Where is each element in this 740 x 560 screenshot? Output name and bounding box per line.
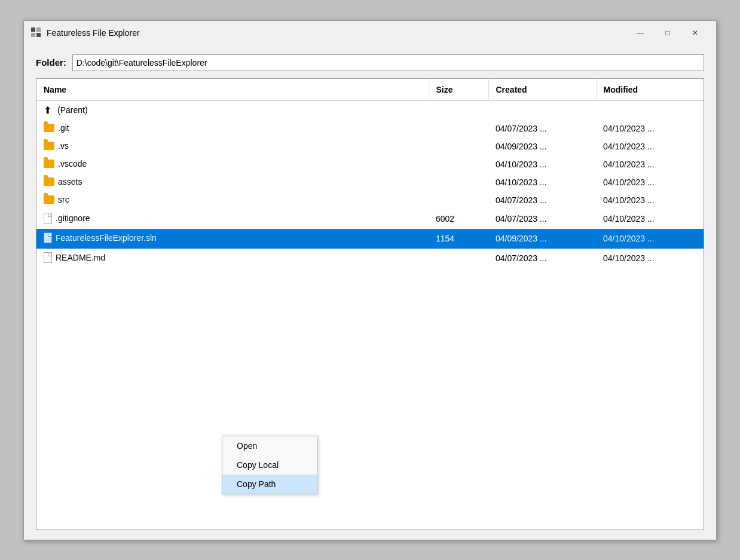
cell-modified — [596, 100, 704, 120]
cell-name: .gitignore — [36, 209, 429, 229]
header-name[interactable]: Name — [36, 79, 429, 101]
table-row[interactable]: .vs04/09/2023 ...04/10/2023 ... — [36, 137, 704, 155]
folder-label: Folder: — [36, 57, 66, 68]
cell-name: src — [36, 191, 429, 209]
cell-name: assets — [36, 173, 429, 191]
cell-created: 04/10/2023 ... — [488, 173, 596, 191]
table-row[interactable]: src04/07/2023 ...04/10/2023 ... — [36, 191, 704, 209]
cell-size — [429, 137, 488, 155]
cell-modified: 04/10/2023 ... — [596, 120, 704, 137]
file-rows: ⬆(Parent) .git04/07/2023 ...04/10/2023 .… — [36, 100, 704, 268]
cell-size — [429, 100, 488, 120]
cell-name: .git — [36, 120, 429, 137]
context-menu-item-copy-local[interactable]: Copy Local — [222, 455, 317, 475]
cell-size — [429, 173, 488, 191]
cell-size — [429, 249, 488, 268]
cell-created — [488, 100, 596, 120]
cell-modified: 04/10/2023 ... — [596, 137, 704, 155]
cell-modified: 04/10/2023 ... — [596, 249, 704, 268]
cell-name: README.md — [36, 249, 429, 268]
table-row[interactable]: FeaturelessFileExplorer.sln115404/09/202… — [36, 229, 704, 249]
header-modified[interactable]: Modified — [596, 79, 704, 101]
window-controls: — □ ✕ — [626, 23, 709, 42]
minimize-button[interactable]: — — [626, 23, 654, 42]
cell-name: FeaturelessFileExplorer.sln — [36, 229, 429, 249]
cell-name: ⬆(Parent) — [36, 100, 429, 120]
cell-created: 04/09/2023 ... — [488, 229, 596, 249]
cell-created: 04/07/2023 ... — [488, 191, 596, 209]
folder-bar: Folder: — [36, 54, 704, 71]
cell-name: .vscode — [36, 155, 429, 173]
context-menu-item-copy-path[interactable]: Copy Path — [222, 475, 317, 494]
table-row[interactable]: assets04/10/2023 ...04/10/2023 ... — [36, 173, 704, 191]
cell-size — [429, 155, 488, 173]
cell-size — [429, 120, 488, 137]
app-icon — [31, 27, 42, 38]
window-title: Featureless File Explorer — [47, 28, 626, 38]
cell-size — [429, 191, 488, 209]
context-menu: OpenCopy LocalCopy Path — [222, 436, 317, 494]
cell-created: 04/10/2023 ... — [488, 155, 596, 173]
table-row[interactable]: README.md04/07/2023 ...04/10/2023 ... — [36, 249, 704, 268]
cell-created: 04/09/2023 ... — [488, 137, 596, 155]
title-bar: Featureless File Explorer — □ ✕ — [24, 21, 716, 45]
context-menu-item-open[interactable]: Open — [222, 436, 317, 455]
main-window: Featureless File Explorer — □ ✕ Folder: … — [23, 20, 717, 540]
cell-name: .vs — [36, 137, 429, 155]
maximize-button[interactable]: □ — [654, 23, 681, 42]
cell-modified: 04/10/2023 ... — [596, 191, 704, 209]
folder-path-input[interactable] — [72, 54, 704, 71]
table-row[interactable]: .gitignore600204/07/2023 ...04/10/2023 .… — [36, 209, 704, 229]
table-row[interactable]: .git04/07/2023 ...04/10/2023 ... — [36, 120, 704, 137]
table-row[interactable]: ⬆(Parent) — [36, 100, 704, 120]
cell-size: 1154 — [429, 229, 488, 249]
file-table-container: Name Size Created Modified ⬆(Parent) .gi… — [36, 78, 704, 530]
cell-created: 04/07/2023 ... — [488, 209, 596, 229]
cell-size: 6002 — [429, 209, 488, 229]
table-row[interactable]: .vscode04/10/2023 ...04/10/2023 ... — [36, 155, 704, 173]
header-size[interactable]: Size — [429, 79, 488, 101]
table-header-row: Name Size Created Modified — [36, 79, 704, 101]
cell-modified: 04/10/2023 ... — [596, 173, 704, 191]
file-table: Name Size Created Modified ⬆(Parent) .gi… — [36, 79, 704, 268]
content-area: Folder: Name Size Created Modified ⬆(Par… — [24, 45, 716, 540]
cell-modified: 04/10/2023 ... — [596, 209, 704, 229]
cell-created: 04/07/2023 ... — [488, 120, 596, 137]
cell-modified: 04/10/2023 ... — [596, 229, 704, 249]
close-button[interactable]: ✕ — [681, 23, 709, 42]
header-created[interactable]: Created — [488, 79, 596, 101]
cell-modified: 04/10/2023 ... — [596, 155, 704, 173]
cell-created: 04/07/2023 ... — [488, 249, 596, 268]
